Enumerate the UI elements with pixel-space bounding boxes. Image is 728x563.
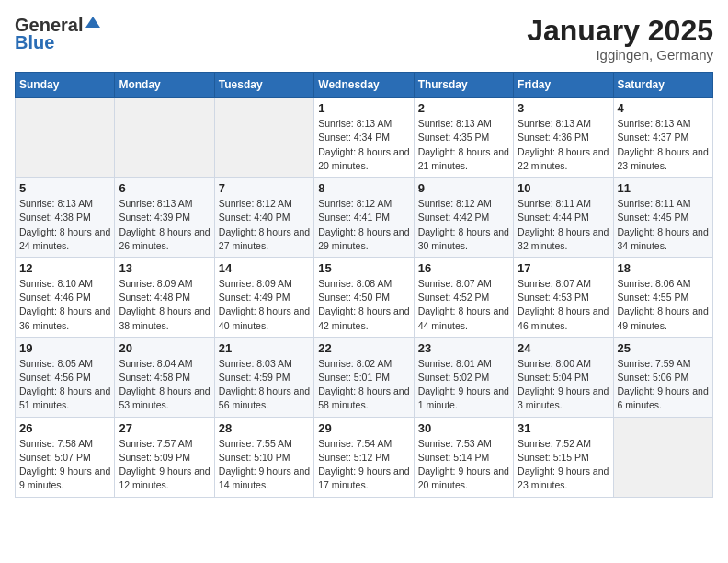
calendar-cell: 8Sunrise: 8:12 AMSunset: 4:41 PMDaylight…: [314, 178, 414, 258]
calendar-cell: 6Sunrise: 8:13 AMSunset: 4:39 PMDaylight…: [115, 178, 214, 258]
day-number: 10: [518, 181, 609, 195]
day-info: Sunrise: 8:09 AMSunset: 4:49 PMDaylight:…: [219, 278, 310, 331]
calendar-header-row: Sunday Monday Tuesday Wednesday Thursday…: [16, 73, 713, 98]
day-number: 30: [418, 421, 509, 435]
day-number: 16: [418, 261, 509, 275]
calendar-cell: 1Sunrise: 8:13 AMSunset: 4:34 PMDaylight…: [314, 98, 414, 178]
day-info: Sunrise: 7:59 AMSunset: 5:06 PMDaylight:…: [618, 358, 709, 411]
day-info: Sunrise: 8:07 AMSunset: 4:52 PMDaylight:…: [418, 278, 509, 331]
calendar-cell: [214, 98, 313, 178]
svg-marker-0: [85, 17, 100, 28]
calendar-cell: 7Sunrise: 8:12 AMSunset: 4:40 PMDaylight…: [214, 178, 313, 258]
calendar-cell: [16, 98, 115, 178]
calendar-week-row: 26Sunrise: 7:58 AMSunset: 5:07 PMDayligh…: [16, 417, 713, 497]
calendar-table: Sunday Monday Tuesday Wednesday Thursday…: [15, 72, 713, 497]
day-number: 26: [19, 421, 110, 435]
calendar-subtitle: Iggingen, Germany: [527, 47, 713, 63]
calendar-cell: [613, 417, 712, 497]
calendar-cell: 16Sunrise: 8:07 AMSunset: 4:52 PMDayligh…: [414, 257, 513, 337]
day-info: Sunrise: 8:05 AMSunset: 4:56 PMDaylight:…: [19, 358, 110, 411]
day-info: Sunrise: 8:07 AMSunset: 4:53 PMDaylight:…: [518, 278, 609, 331]
calendar-cell: 18Sunrise: 8:06 AMSunset: 4:55 PMDayligh…: [613, 257, 712, 337]
day-number: 29: [318, 421, 409, 435]
day-info: Sunrise: 8:11 AMSunset: 4:45 PMDaylight:…: [618, 198, 709, 251]
day-number: 27: [119, 421, 210, 435]
day-info: Sunrise: 8:13 AMSunset: 4:35 PMDaylight:…: [418, 118, 509, 171]
calendar-cell: 27Sunrise: 7:57 AMSunset: 5:09 PMDayligh…: [115, 417, 214, 497]
day-info: Sunrise: 7:52 AMSunset: 5:15 PMDaylight:…: [518, 438, 609, 491]
calendar-week-row: 5Sunrise: 8:13 AMSunset: 4:38 PMDaylight…: [16, 178, 713, 258]
calendar-cell: 23Sunrise: 8:01 AMSunset: 5:02 PMDayligh…: [414, 337, 513, 417]
day-number: 25: [618, 341, 709, 355]
day-info: Sunrise: 8:01 AMSunset: 5:02 PMDaylight:…: [418, 358, 509, 411]
calendar-cell: 22Sunrise: 8:02 AMSunset: 5:01 PMDayligh…: [314, 337, 414, 417]
day-info: Sunrise: 8:08 AMSunset: 4:50 PMDaylight:…: [318, 278, 409, 331]
calendar-title: January 2025: [527, 15, 713, 47]
calendar-cell: 19Sunrise: 8:05 AMSunset: 4:56 PMDayligh…: [16, 337, 115, 417]
calendar-cell: 21Sunrise: 8:03 AMSunset: 4:59 PMDayligh…: [214, 337, 313, 417]
header-saturday: Saturday: [613, 73, 712, 98]
day-info: Sunrise: 8:03 AMSunset: 4:59 PMDaylight:…: [219, 358, 310, 411]
day-info: Sunrise: 8:02 AMSunset: 5:01 PMDaylight:…: [318, 358, 409, 411]
calendar-cell: 14Sunrise: 8:09 AMSunset: 4:49 PMDayligh…: [214, 257, 313, 337]
header-wednesday: Wednesday: [314, 73, 414, 98]
calendar-cell: 10Sunrise: 8:11 AMSunset: 4:44 PMDayligh…: [514, 178, 613, 258]
day-info: Sunrise: 8:13 AMSunset: 4:34 PMDaylight:…: [318, 118, 409, 171]
day-number: 14: [219, 261, 310, 275]
title-block: January 2025 Iggingen, Germany: [527, 15, 713, 63]
day-info: Sunrise: 7:54 AMSunset: 5:12 PMDaylight:…: [318, 438, 409, 491]
calendar-cell: 17Sunrise: 8:07 AMSunset: 4:53 PMDayligh…: [514, 257, 613, 337]
day-info: Sunrise: 8:11 AMSunset: 4:44 PMDaylight:…: [518, 198, 609, 251]
calendar-week-row: 12Sunrise: 8:10 AMSunset: 4:46 PMDayligh…: [16, 257, 713, 337]
calendar-cell: [115, 98, 214, 178]
calendar-week-row: 19Sunrise: 8:05 AMSunset: 4:56 PMDayligh…: [16, 337, 713, 417]
calendar-cell: 25Sunrise: 7:59 AMSunset: 5:06 PMDayligh…: [613, 337, 712, 417]
day-number: 19: [19, 341, 110, 355]
day-number: 12: [19, 261, 110, 275]
day-number: 11: [618, 181, 709, 195]
day-info: Sunrise: 8:13 AMSunset: 4:37 PMDaylight:…: [618, 118, 709, 171]
calendar-week-row: 1Sunrise: 8:13 AMSunset: 4:34 PMDaylight…: [16, 98, 713, 178]
calendar-cell: 11Sunrise: 8:11 AMSunset: 4:45 PMDayligh…: [613, 178, 712, 258]
calendar-cell: 12Sunrise: 8:10 AMSunset: 4:46 PMDayligh…: [16, 257, 115, 337]
day-number: 6: [119, 181, 210, 195]
day-number: 21: [219, 341, 310, 355]
header-sunday: Sunday: [16, 73, 115, 98]
day-number: 15: [318, 261, 409, 275]
day-number: 24: [518, 341, 609, 355]
day-info: Sunrise: 7:57 AMSunset: 5:09 PMDaylight:…: [119, 438, 210, 491]
day-number: 7: [219, 181, 310, 195]
logo: General Blue: [15, 15, 102, 53]
day-number: 2: [418, 101, 509, 115]
day-info: Sunrise: 8:13 AMSunset: 4:36 PMDaylight:…: [518, 118, 609, 171]
day-info: Sunrise: 8:12 AMSunset: 4:41 PMDaylight:…: [318, 198, 409, 251]
calendar-cell: 2Sunrise: 8:13 AMSunset: 4:35 PMDaylight…: [414, 98, 513, 178]
day-number: 3: [518, 101, 609, 115]
header-friday: Friday: [514, 73, 613, 98]
calendar-cell: 24Sunrise: 8:00 AMSunset: 5:04 PMDayligh…: [514, 337, 613, 417]
day-number: 18: [618, 261, 709, 275]
day-info: Sunrise: 7:58 AMSunset: 5:07 PMDaylight:…: [19, 438, 110, 491]
calendar-cell: 28Sunrise: 7:55 AMSunset: 5:10 PMDayligh…: [214, 417, 313, 497]
day-info: Sunrise: 8:04 AMSunset: 4:58 PMDaylight:…: [119, 358, 210, 411]
day-info: Sunrise: 8:00 AMSunset: 5:04 PMDaylight:…: [518, 358, 609, 411]
day-info: Sunrise: 7:53 AMSunset: 5:14 PMDaylight:…: [418, 438, 509, 491]
day-info: Sunrise: 8:12 AMSunset: 4:40 PMDaylight:…: [219, 198, 310, 251]
day-info: Sunrise: 8:13 AMSunset: 4:39 PMDaylight:…: [119, 198, 210, 251]
calendar-cell: 5Sunrise: 8:13 AMSunset: 4:38 PMDaylight…: [16, 178, 115, 258]
day-number: 28: [219, 421, 310, 435]
day-info: Sunrise: 7:55 AMSunset: 5:10 PMDaylight:…: [219, 438, 310, 491]
day-number: 17: [518, 261, 609, 275]
calendar-cell: 30Sunrise: 7:53 AMSunset: 5:14 PMDayligh…: [414, 417, 513, 497]
day-number: 31: [518, 421, 609, 435]
day-number: 13: [119, 261, 210, 275]
calendar-cell: 26Sunrise: 7:58 AMSunset: 5:07 PMDayligh…: [16, 417, 115, 497]
header-tuesday: Tuesday: [214, 73, 313, 98]
header-monday: Monday: [115, 73, 214, 98]
day-number: 8: [318, 181, 409, 195]
calendar-cell: 13Sunrise: 8:09 AMSunset: 4:48 PMDayligh…: [115, 257, 214, 337]
logo-icon: [84, 15, 102, 33]
day-number: 23: [418, 341, 509, 355]
day-number: 1: [318, 101, 409, 115]
header-thursday: Thursday: [414, 73, 513, 98]
